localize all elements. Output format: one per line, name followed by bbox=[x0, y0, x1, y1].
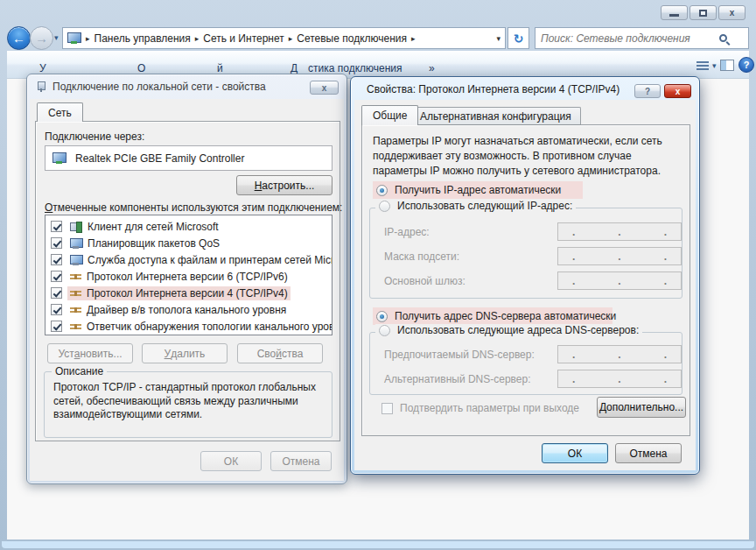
lan-cancel-button[interactable]: Отмена bbox=[270, 451, 332, 471]
ipv4-close-button[interactable]: x bbox=[664, 84, 691, 98]
checkbox-checked[interactable] bbox=[51, 237, 62, 249]
lan-properties-dialog: Подключение по локальной сети - свойства… bbox=[26, 74, 347, 484]
component-row[interactable]: Планировщик пакетов QoS bbox=[46, 235, 332, 251]
auto-dns-radio-row[interactable]: Получить адрес DNS-сервера автоматически bbox=[373, 307, 612, 325]
auto-ip-radio-row[interactable]: Получить IP-адрес автоматически bbox=[373, 181, 583, 199]
restore-button[interactable] bbox=[690, 5, 717, 20]
close-icon: x bbox=[676, 87, 681, 96]
toolbar-item-fragment[interactable]: У bbox=[39, 62, 46, 74]
checkbox-unchecked[interactable] bbox=[382, 403, 393, 414]
manual-ip-radio-row[interactable]: Использовать следующий IP-адрес: bbox=[375, 200, 576, 212]
preferred-dns-input[interactable]: ... bbox=[557, 345, 682, 363]
advanced-button[interactable]: Дополнительно... bbox=[597, 397, 686, 418]
address-dropdown-caret-icon[interactable]: ▾ bbox=[496, 34, 500, 43]
ipv4-help-button[interactable]: ? bbox=[634, 84, 661, 98]
search-box[interactable] bbox=[535, 27, 749, 49]
toolbar-chevron-icon[interactable]: » bbox=[429, 62, 435, 74]
component-row[interactable]: Протокол Интернета версии 6 (TCP/IPv6) bbox=[46, 268, 332, 285]
back-button[interactable]: ← bbox=[7, 26, 31, 50]
help-button[interactable]: ? bbox=[738, 57, 754, 73]
preview-pane-icon[interactable] bbox=[720, 60, 734, 71]
component-label: Драйвер в/в тополога канального уровня bbox=[87, 304, 286, 316]
tab-general[interactable]: Общие bbox=[361, 105, 418, 125]
checkbox-checked[interactable] bbox=[51, 271, 62, 282]
radio-unselected-icon[interactable] bbox=[379, 325, 390, 336]
ipv4-dialog-title: Свойства: Протокол Интернета версии 4 (T… bbox=[360, 83, 620, 95]
toolbar-item-fragment[interactable]: О bbox=[137, 62, 145, 74]
component-row[interactable]: Служба доступа к файлам и принтерам сете… bbox=[46, 251, 332, 268]
window-close-button[interactable]: x bbox=[718, 5, 746, 20]
window-caption-buttons: x bbox=[661, 5, 746, 20]
ipv4-ok-button[interactable]: ОК bbox=[542, 443, 608, 463]
lan-tab-page: Подключение через: Realtek PCIe GBE Fami… bbox=[35, 121, 340, 441]
nav-history-caret-icon[interactable]: ▾ bbox=[54, 33, 59, 42]
search-icon[interactable] bbox=[719, 34, 727, 42]
component-label: Протокол Интернета версии 4 (TCP/IPv4) bbox=[87, 287, 288, 300]
lan-ok-button[interactable]: ОК bbox=[200, 451, 262, 471]
validate-checkbox-row[interactable]: Подтвердить параметры при выходе bbox=[382, 402, 579, 414]
components-listbox[interactable]: Клиент для сетей Microsoft Планировщик п… bbox=[45, 215, 332, 335]
tab-alternate-config[interactable]: Альтернативная конфигурация bbox=[410, 107, 581, 125]
tab-general-label: Общие bbox=[373, 109, 407, 122]
toolbar-item-diagnostics-fragment[interactable]: стика подключения bbox=[308, 62, 402, 74]
auto-ip-label: Получить IP-адрес автоматически bbox=[395, 184, 561, 196]
toolbar-item-fragment[interactable]: й bbox=[217, 62, 223, 74]
service-icon bbox=[70, 255, 82, 265]
uninstall-button[interactable]: Удалить bbox=[142, 343, 228, 363]
checkbox-checked[interactable] bbox=[51, 221, 62, 232]
lan-dialog-titlebar[interactable]: Подключение по локальной сети - свойства bbox=[27, 74, 346, 98]
components-label: Отмеченные компоненты используются этим … bbox=[45, 201, 342, 214]
component-label: Служба доступа к файлам и принтерам сете… bbox=[88, 254, 332, 266]
component-row-selected[interactable]: Протокол Интернета версии 4 (TCP/IPv4) bbox=[46, 285, 332, 301]
tab-alternate-config-label: Альтернативная конфигурация bbox=[420, 110, 571, 123]
configure-button[interactable]: Настроить... bbox=[236, 175, 332, 195]
component-label: Ответчик обнаружения топологии канальног… bbox=[87, 321, 332, 333]
checkbox-checked[interactable] bbox=[51, 287, 62, 299]
component-row[interactable]: Клиент для сетей Microsoft bbox=[46, 218, 332, 235]
radio-unselected-icon[interactable] bbox=[379, 201, 390, 212]
breadcrumb-item-control-panel[interactable]: Панель управления bbox=[94, 32, 191, 45]
manual-dns-radio-row[interactable]: Использовать следующие адреса DNS-сервер… bbox=[375, 324, 642, 336]
protocol-icon bbox=[70, 272, 81, 281]
subnet-mask-input[interactable]: ... bbox=[557, 247, 682, 265]
preferred-dns-label: Предпочитаемый DNS-сервер: bbox=[384, 349, 535, 361]
address-bar[interactable]: ▸ Панель управления ▸ Сеть и Интернет ▸ … bbox=[62, 27, 506, 49]
toolbar-item-fragment[interactable]: Д bbox=[290, 62, 298, 74]
refresh-button[interactable]: ↻ bbox=[508, 27, 529, 49]
breadcrumb-separator-icon[interactable]: ▸ bbox=[289, 34, 293, 43]
breadcrumb-separator-icon[interactable]: ▸ bbox=[411, 34, 416, 43]
breadcrumb-separator-icon[interactable]: ▸ bbox=[195, 34, 200, 43]
alternate-dns-input[interactable]: ... bbox=[557, 370, 682, 388]
forward-arrow-icon: → bbox=[35, 31, 48, 46]
checkbox-checked[interactable] bbox=[51, 304, 62, 315]
tab-network[interactable]: Сеть bbox=[37, 102, 83, 122]
description-text: Протокол TCP/IP - стандартный протокол г… bbox=[45, 372, 332, 422]
forward-button[interactable]: → bbox=[30, 26, 53, 50]
desktop: x ← → ▾ ▸ Панель управления ▸ Сеть и Инт… bbox=[0, 0, 756, 550]
checkbox-checked[interactable] bbox=[51, 254, 62, 265]
component-row[interactable]: Ответчик обнаружения топологии канальног… bbox=[46, 318, 332, 335]
help-icon: ? bbox=[645, 87, 650, 96]
ipv4-cancel-button[interactable]: Отмена bbox=[615, 443, 682, 463]
ip-address-input[interactable]: ... bbox=[557, 222, 682, 241]
description-groupbox: Описание Протокол TCP/IP - стандартный п… bbox=[44, 371, 332, 438]
radio-selected-icon[interactable] bbox=[376, 185, 388, 196]
alternate-dns-label: Альтернативный DNS-сервер: bbox=[384, 373, 531, 385]
location-icon bbox=[67, 32, 81, 44]
properties-button[interactable]: Свойства bbox=[237, 343, 323, 363]
lan-dialog-close-button[interactable]: x bbox=[310, 81, 339, 95]
component-row[interactable]: Драйвер в/в тополога канального уровня bbox=[46, 301, 332, 318]
views-list-icon[interactable] bbox=[696, 60, 709, 70]
views-caret-icon[interactable]: ▾ bbox=[712, 61, 717, 70]
ipv4-dialog-body: Общие Альтернативная конфигурация Параме… bbox=[354, 100, 696, 470]
install-button[interactable]: Установить... bbox=[47, 343, 133, 363]
minimize-button[interactable] bbox=[661, 5, 688, 20]
breadcrumb-item-network-internet[interactable]: Сеть и Интернет bbox=[203, 32, 284, 45]
radio-selected-icon[interactable] bbox=[376, 311, 388, 322]
breadcrumb-item-network-connections[interactable]: Сетевые подключения bbox=[297, 32, 407, 45]
manual-dns-groupbox: Использовать следующие адреса DNS-сервер… bbox=[369, 332, 682, 395]
checkbox-checked[interactable] bbox=[51, 321, 62, 332]
search-input[interactable] bbox=[541, 29, 716, 47]
manual-ip-groupbox: Использовать следующий IP-адрес: IP-адре… bbox=[369, 208, 682, 299]
default-gateway-input[interactable]: ... bbox=[557, 271, 682, 290]
